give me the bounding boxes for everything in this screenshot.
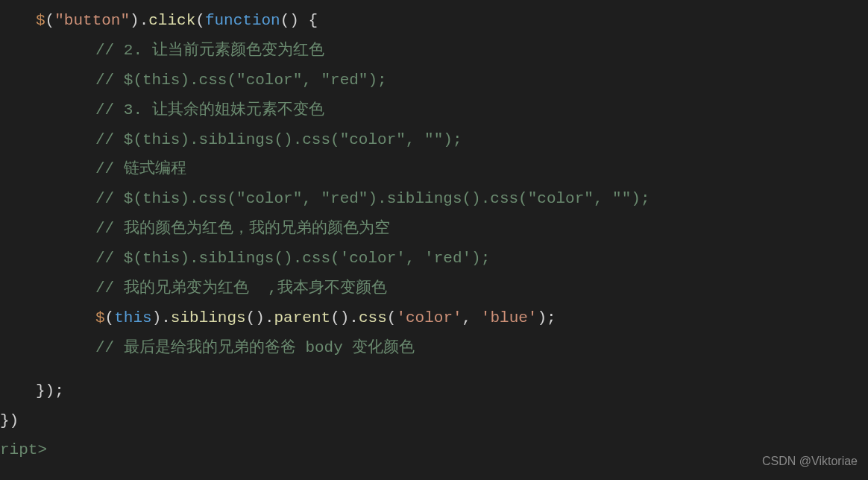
code-comment: // $(this).css("color", "red").siblings(… (0, 184, 868, 214)
token-paren: ( (105, 309, 115, 326)
code-comment: // 链式编程 (0, 154, 868, 184)
token-string: 'color' (396, 309, 462, 326)
code-comment: // 我的颜色为红色，我的兄弟的颜色为空 (0, 214, 868, 244)
code-comment: // 最后是给我的兄弟的爸爸 body 变化颜色 (0, 333, 868, 363)
code-comment: // 3. 让其余的姐妹元素不变色 (0, 95, 868, 125)
token-dot: . (161, 309, 171, 326)
code-line: }) (0, 406, 868, 436)
code-line: $(this).siblings().parent().css('color',… (0, 303, 868, 333)
code-comment: // 我的兄弟变为红色 ,我本身不变颜色 (0, 274, 868, 303)
token-comma: , (462, 309, 481, 326)
token-method: parent (274, 309, 331, 326)
token-string: 'blue' (481, 309, 538, 326)
token-dollar: $ (95, 309, 105, 326)
code-line: ript> (0, 435, 868, 465)
token-paren: ( (387, 309, 397, 326)
code-line: $("button").click(function() { (0, 6, 868, 36)
token-paren: ( (45, 12, 55, 29)
code-comment: // $(this).siblings().css("color", ""); (0, 125, 868, 155)
token-paren: ) (130, 12, 139, 29)
token-end: ); (537, 309, 556, 326)
code-block: $("button").click(function() { // 2. 让当前… (0, 6, 868, 465)
token-paren: () (246, 309, 265, 326)
token-paren: ) (152, 309, 162, 326)
token-string: "button" (54, 12, 130, 29)
code-comment: // 2. 让当前元素颜色变为红色 (0, 36, 868, 66)
token-paren: () (330, 309, 349, 326)
token-dollar: $ (36, 12, 45, 29)
token-dot: . (349, 309, 359, 326)
code-line: }); (0, 376, 868, 406)
code-comment: // $(this).siblings().css('color', 'red'… (0, 244, 868, 274)
token-method: css (359, 309, 387, 326)
token-paren: ( (195, 12, 205, 29)
token-method: click (148, 12, 195, 29)
token-dot: . (139, 12, 149, 29)
token-punct: () { (280, 12, 318, 29)
token-method: siblings (171, 309, 246, 326)
token-keyword: function (205, 12, 280, 29)
watermark: CSDN @Viktoriae (762, 450, 858, 473)
token-this: this (114, 309, 151, 326)
blank-line (0, 363, 868, 376)
token-dot: . (265, 309, 274, 326)
code-comment: // $(this).css("color", "red"); (0, 66, 868, 95)
